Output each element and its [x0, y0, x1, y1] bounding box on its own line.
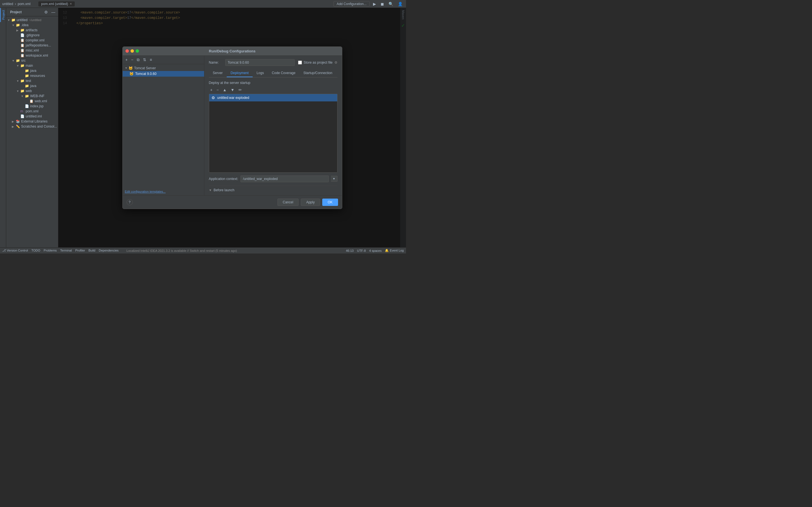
move-config-icon[interactable]: ⇅ [142, 57, 147, 62]
editor-area: 12 <maven.compiler.source>17</maven.comp… [58, 8, 406, 247]
deploy-add-btn[interactable]: + [209, 87, 214, 93]
status-bar-left-items: ⎇ Version Control TODO Problems Terminal… [2, 249, 119, 252]
tree-label-misc: misc.xml [26, 48, 39, 52]
tree-item-iml[interactable]: 📄 untitled.iml [6, 114, 58, 119]
tree-label-untitled: untitled [17, 18, 28, 22]
left-strip: Project [0, 8, 6, 247]
edit-config-templates-link[interactable]: Edit configuration templates... [123, 187, 204, 195]
tab-code-coverage[interactable]: Code Coverage [268, 69, 299, 77]
add-config-icon[interactable]: + [124, 57, 129, 62]
tree-item-java-test[interactable]: 📁 java [6, 83, 58, 89]
minimize-traffic-light[interactable] [131, 49, 134, 53]
tree-item-gitignore[interactable]: 📄 .gitignore [6, 33, 58, 38]
dialog-title: Run/Debug Configurations [209, 49, 255, 53]
deploy-up-btn[interactable]: ▲ [221, 87, 228, 93]
tree-item-src[interactable]: ▼ 📁 src [6, 58, 58, 63]
tab-deployment[interactable]: Deployment [227, 69, 253, 77]
dependencies-label[interactable]: Dependencies [99, 249, 118, 252]
tree-item-webxml[interactable]: 📋 web.xml [6, 99, 58, 104]
tree-item-main[interactable]: ▼ 📁 main [6, 63, 58, 68]
title-bar-left: untitled › pom.xml pom.xml (untitled) ✕ [2, 1, 331, 6]
sidebar-collapse-icon[interactable]: — [50, 9, 56, 15]
tree-item-pomxml[interactable]: m pom.xml [6, 109, 58, 114]
build-label[interactable]: Build [89, 249, 95, 252]
store-project-gear-icon[interactable]: ⚙ [335, 61, 338, 64]
problems-label[interactable]: Problems [44, 249, 57, 252]
config-group-label: Tomcat Server [134, 66, 156, 70]
cancel-button[interactable]: Cancel [277, 199, 299, 206]
before-launch-header[interactable]: ▼ Before launch [209, 188, 338, 192]
tree-label-artifacts: artifacts [26, 28, 38, 32]
tree-item-artifacts[interactable]: ▶ 📁 artifacts [6, 27, 58, 33]
store-project-checkbox[interactable] [298, 61, 302, 64]
folder-icon-java-test: 📁 [25, 84, 29, 88]
xml-icon-misc: 📋 [20, 48, 25, 52]
folder-icon-test: 📁 [20, 79, 25, 83]
tree-item-extlibs[interactable]: ▶ 📚 External Libraries [6, 119, 58, 124]
tree-item-webinf[interactable]: ▼ 📁 WEB-INF [6, 94, 58, 99]
tree-label-java-test: java [30, 84, 36, 88]
tree-item-indexjsp[interactable]: 📄 index.jsp [6, 104, 58, 109]
event-log-icon: 🔔 [385, 249, 389, 252]
close-traffic-light[interactable] [125, 49, 129, 53]
tree-item-compiler-xml[interactable]: 📋 compiler.xml [6, 38, 58, 43]
gitignore-icon: 📄 [20, 33, 25, 37]
tree-item-workspace[interactable]: 📋 workspace.xml [6, 53, 58, 58]
todo-label[interactable]: TODO [31, 249, 40, 252]
app-context-input[interactable] [241, 175, 329, 182]
ok-button[interactable]: OK [322, 199, 338, 206]
app-context-dropdown-btn[interactable]: ▼ [331, 176, 338, 182]
tree-item-untitled[interactable]: ▼ 📁 untitled ~/untitled [6, 17, 58, 22]
version-control-label[interactable]: ⎇ Version Control [2, 249, 28, 252]
deploy-item-war-exploded[interactable]: ⚙ untitled:war exploded [209, 94, 337, 101]
tree-item-scratches[interactable]: ▶ ✏️ Scratches and Consol... [6, 124, 58, 129]
event-log-label[interactable]: 🔔 Event Log [385, 249, 404, 252]
help-button[interactable]: ? [126, 199, 133, 205]
deploy-edit-btn[interactable]: ✏ [237, 87, 243, 93]
sort-config-icon[interactable]: ≡ [149, 57, 153, 62]
stop-icon[interactable]: ◼ [379, 1, 385, 7]
maximize-traffic-light[interactable] [136, 49, 139, 53]
add-configuration-button[interactable]: Add Configuration... [334, 1, 370, 7]
dialog-titlebar: Run/Debug Configurations [123, 47, 342, 56]
tree-item-java-main[interactable]: 📁 java [6, 68, 58, 73]
tab-logs[interactable]: Logs [253, 69, 268, 77]
tree-item-test[interactable]: ▼ 📁 test [6, 78, 58, 83]
tree-arrow-scratches: ▶ [12, 125, 16, 128]
tab-close-icon[interactable]: ✕ [70, 2, 72, 5]
deploy-down-btn[interactable]: ▼ [229, 87, 236, 93]
run-icon[interactable]: ▶ [372, 1, 377, 7]
deploy-item-label: untitled:war exploded [217, 96, 249, 100]
folder-icon-webinf: 📁 [25, 94, 29, 98]
sidebar-settings-icon[interactable]: ⚙ [43, 9, 49, 15]
remove-config-icon[interactable]: − [130, 57, 135, 62]
app-context-label: Application context: [209, 177, 238, 181]
tree-item-idea[interactable]: ▼ 📁 .idea [6, 22, 58, 27]
folder-icon-untitled: 📁 [11, 18, 16, 22]
tree-item-misc[interactable]: 📋 misc.xml [6, 48, 58, 53]
editor-tab-active[interactable]: pom.xml (untitled) ✕ [38, 1, 75, 6]
tab-startup-connection[interactable]: Startup/Connection [299, 69, 336, 77]
tree-item-web[interactable]: ▼ 📁 web [6, 89, 58, 94]
tree-item-jarrepos[interactable]: 📋 jarRepositories... [6, 43, 58, 48]
copy-config-icon[interactable]: ⧉ [136, 57, 141, 63]
config-item-tomcat[interactable]: 🐱 Tomcat 9.0.60 [123, 71, 204, 76]
folder-icon-artifacts: 📁 [20, 28, 25, 32]
config-list: ▼ 🐱 Tomcat Server 🐱 Tomcat 9.0.60 [123, 64, 204, 187]
config-item-label: Tomcat 9.0.60 [135, 72, 156, 76]
before-launch-collapse-icon: ▼ [209, 188, 212, 192]
apply-button[interactable]: Apply [301, 199, 320, 206]
status-position: 46:13 [346, 249, 354, 252]
tree-item-resources[interactable]: 📁 resources [6, 73, 58, 78]
name-input[interactable] [225, 59, 295, 66]
profiler-label[interactable]: Profiler [75, 249, 85, 252]
profile-icon[interactable]: 👤 [397, 1, 404, 7]
config-group-tomcat[interactable]: ▼ 🐱 Tomcat Server [123, 65, 204, 71]
tree-label-main: main [26, 64, 33, 68]
xml-icon-webxml: 📋 [29, 99, 34, 103]
deploy-remove-btn[interactable]: − [215, 87, 220, 93]
project-strip-label[interactable]: Project [0, 8, 6, 22]
terminal-label[interactable]: Terminal [60, 249, 72, 252]
tab-server[interactable]: Server [209, 69, 227, 77]
search-icon[interactable]: 🔍 [388, 1, 395, 7]
